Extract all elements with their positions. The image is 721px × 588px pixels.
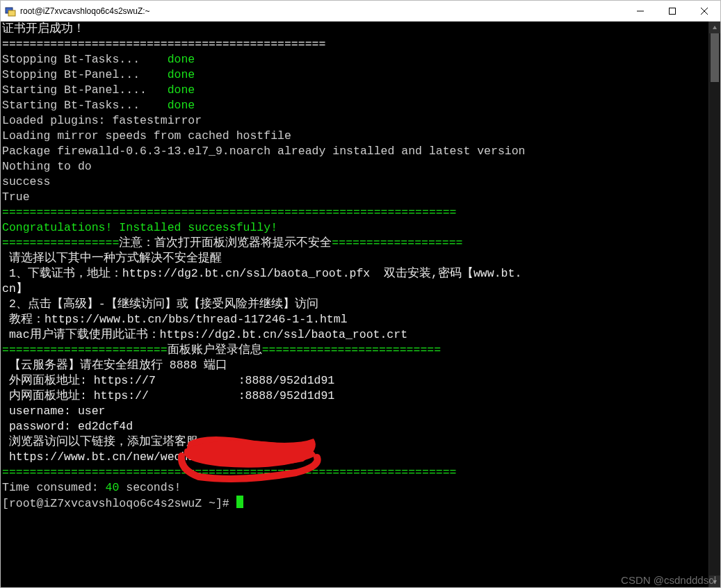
terminal-line: Starting Bt-Panel.... done bbox=[2, 83, 707, 98]
svg-rect-1 bbox=[8, 10, 15, 16]
terminal-line: password: ed2dcf4d bbox=[2, 419, 707, 434]
terminal-line: Loaded plugins: fastestmirror bbox=[2, 113, 707, 129]
scroll-down-button[interactable] bbox=[709, 575, 720, 587]
terminal-line: cn】 bbox=[2, 281, 707, 297]
terminal-output[interactable]: 证书开启成功！=================================… bbox=[1, 22, 708, 587]
minimize-button[interactable] bbox=[624, 1, 656, 22]
terminal-line: ========================================… bbox=[2, 205, 707, 220]
terminal-line: [root@iZ7xvcavshloqo6c4s2swuZ ~]# bbox=[2, 496, 707, 512]
terminal-line: =================注意：首次打开面板浏览器将提示不安全=====… bbox=[2, 236, 707, 251]
terminal-line: 证书开启成功！ bbox=[2, 22, 707, 37]
vertical-scrollbar[interactable] bbox=[708, 22, 720, 587]
terminal-line: ========================面板账户登录信息========… bbox=[2, 343, 707, 358]
terminal-line: Stopping Bt-Tasks... done bbox=[2, 52, 707, 67]
terminal-line: 内网面板地址: https:// :8888/952d1d91 bbox=[2, 389, 707, 404]
app-window: root@iZ7xvcavshloqo6c4s2swuZ:~ 证书开启成功！==… bbox=[0, 0, 721, 588]
terminal-line: 请选择以下其中一种方式解决不安全提醒 bbox=[2, 251, 707, 266]
putty-icon bbox=[5, 6, 16, 17]
terminal-line: https://www.bt.cn/new/wechat_customer bbox=[2, 450, 707, 465]
terminal-line: Loading mirror speeds from cached hostfi… bbox=[2, 129, 707, 144]
terminal-line: mac用户请下载使用此证书：https://dg2.bt.cn/ssl/baot… bbox=[2, 327, 707, 343]
terminal-line: Stopping Bt-Panel... done bbox=[2, 67, 707, 83]
svg-rect-3 bbox=[670, 8, 676, 14]
scrollbar-thumb[interactable] bbox=[711, 33, 719, 82]
terminal-line: Starting Bt-Tasks... done bbox=[2, 98, 707, 113]
terminal-line: ========================================… bbox=[2, 465, 707, 480]
terminal-line: 外网面板地址: https://7 :8888/952d1d91 bbox=[2, 373, 707, 389]
window-title: root@iZ7xvcavshloqo6c4s2swuZ:~ bbox=[20, 6, 150, 16]
titlebar[interactable]: root@iZ7xvcavshloqo6c4s2swuZ:~ bbox=[1, 1, 720, 22]
maximize-button[interactable] bbox=[656, 1, 688, 22]
terminal-line: username: user bbox=[2, 404, 707, 419]
terminal-line: 1、下载证书，地址：https://dg2.bt.cn/ssl/baota_ro… bbox=[2, 266, 707, 281]
terminal-line: 【云服务器】请在安全组放行 8888 端口 bbox=[2, 358, 707, 373]
terminal-line: ========================================… bbox=[2, 37, 707, 52]
terminal-line: success bbox=[2, 174, 707, 190]
scrollbar-track[interactable] bbox=[709, 33, 720, 575]
terminal-line: 浏览器访问以下链接，添加宝塔客服 bbox=[2, 434, 707, 450]
terminal-line: True bbox=[2, 190, 707, 205]
terminal-line: Congratulations! Installed successfully! bbox=[2, 220, 707, 236]
terminal-line: Nothing to do bbox=[2, 159, 707, 174]
terminal-line: 2、点击【高级】-【继续访问】或【接受风险并继续】访问 bbox=[2, 297, 707, 312]
terminal-container: 证书开启成功！=================================… bbox=[1, 22, 720, 587]
terminal-line: Time consumed: 40 seconds! bbox=[2, 480, 707, 496]
terminal-line: Package firewalld-0.6.3-13.el7_9.noarch … bbox=[2, 144, 707, 159]
close-button[interactable] bbox=[688, 1, 720, 22]
terminal-line: 教程：https://www.bt.cn/bbs/thread-117246-1… bbox=[2, 312, 707, 327]
scroll-up-button[interactable] bbox=[709, 22, 720, 33]
